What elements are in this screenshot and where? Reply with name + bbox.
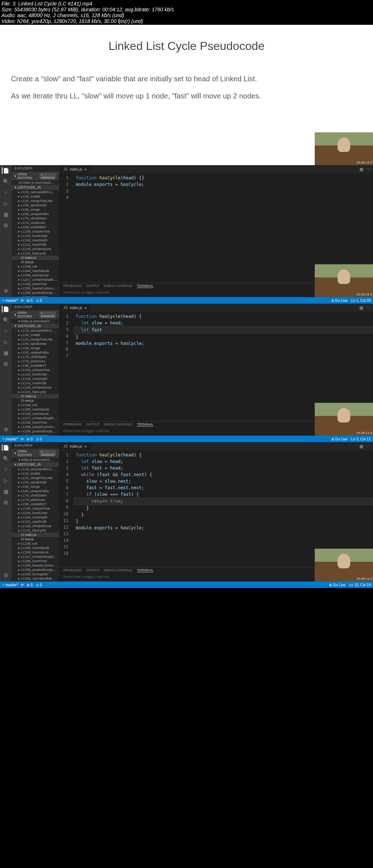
folder-item[interactable]: ▸ LC54_spiralOrder [12,480,59,484]
folder-item[interactable]: ▸ LC121_maxProfit [12,381,59,385]
folder-item[interactable]: ▸ LC62_uniquePaths [12,212,59,216]
folder-item[interactable]: ▸ LC252_canAttendMe… [12,576,59,581]
folder-item[interactable]: ▸ LC100_isSameTree [12,368,59,372]
open-editor-item[interactable]: ● index.js exercises/1… [12,319,59,323]
folder-item[interactable]: ▸ LC20_isValid [12,333,59,337]
folder-item[interactable]: ▸ LC235_lowestCommo… [12,425,59,429]
status-position[interactable]: Ln 1, Col 26 [351,299,371,303]
extensions-icon[interactable]: ▦ [3,488,9,495]
folder-item[interactable]: ▸ LC20_isValid [12,194,59,199]
folder-item[interactable]: ▸ LC104_maxDepth [12,377,59,381]
folder-item[interactable]: ▸ LC238_productExcep… [12,291,59,295]
folder-item[interactable]: ▸ LC100_isSameTree [12,506,59,511]
explorer-icon[interactable]: 📄 [2,444,9,451]
folder-item[interactable]: ▸ LC238_productExcep… [12,429,59,433]
open-editor-item[interactable]: JS index.js exercises/1… [12,180,59,185]
folder-item[interactable]: ▸ LC56_merge [12,346,59,350]
status-golive[interactable]: ⊚ Go Live [331,299,348,303]
folder-item[interactable]: ▸ LC20_isValid [12,471,59,476]
folder-item[interactable]: ▸ LC98_isValidBST [12,363,59,368]
terminal-tab-terminal[interactable]: TERMINAL [137,284,154,288]
folder-item[interactable]: ▸ LC104_maxDepth [12,515,59,519]
folder-item[interactable]: ▸ LC54_spiralOrder [12,203,59,207]
settings-icon[interactable]: ⚙ [3,572,9,579]
status-branch[interactable]: ⑂ master* [2,299,18,303]
folder-item[interactable]: ▸ LC70_climbStairs [12,216,59,221]
terminal-tab-debug[interactable]: DEBUG CONSOLE [104,284,133,288]
folder-item[interactable]: ▸ LC73_setZeroes [12,498,59,502]
file-test-js[interactable]: JS test.js [12,398,59,403]
folder-item[interactable]: ▸ LC21_mergeTwoLists [12,199,59,203]
folder-item[interactable]: ▸ LC141_hasCycle [12,528,59,533]
folder-item[interactable]: ▸ LC21_mergeTwoLists [12,337,59,342]
editor-tab[interactable]: JSindex.js● [59,304,91,311]
folder-item[interactable]: ▸ LC235_lowestCommo… [12,286,59,291]
debug-icon[interactable]: ▷ [3,477,9,484]
search-icon[interactable]: 🔍 [3,178,9,185]
folder-item[interactable]: ▸ LC198_rob [12,264,59,269]
more-icon[interactable]: ⋯ [366,167,370,172]
source-control-icon[interactable]: ⑂ [3,328,9,334]
folder-item[interactable]: ▸ LC100_isSameTree [12,229,59,234]
folder-item[interactable]: ▸ LC200_numIslands [12,269,59,273]
folder-item[interactable]: ▸ LC198_rob [12,403,59,407]
status-errors[interactable]: ⊘ 0 [27,299,32,303]
debug-icon[interactable]: ▷ [3,339,9,345]
terminal-tab-problems[interactable]: PROBLEMS [63,284,82,288]
folder-item[interactable]: ▸ LC235_lowestCommo… [12,563,59,568]
settings-icon[interactable]: ⚙ [3,426,9,433]
remote-icon[interactable]: ⊞ [3,222,9,229]
folder-item[interactable]: ▸ LC19_removeNthFro… [12,467,59,471]
folder-item[interactable]: ▸ LC121_maxProfit [12,519,59,524]
explorer-icon[interactable]: 📄 [2,167,9,174]
status-sync[interactable]: ⟳ [21,299,24,303]
folder-item[interactable]: ▸ LC62_uniquePaths [12,489,59,493]
search-icon[interactable]: 🔍 [3,317,9,323]
folder-item[interactable]: ▸ LC54_spiralOrder [12,342,59,346]
debug-icon[interactable]: ▷ [3,200,9,207]
folder-item[interactable]: ▸ LC226_invertTree [12,282,59,286]
tab-modified-icon[interactable]: ● [85,167,87,171]
folder-item[interactable]: ▸ LC200_numIslands [12,546,59,550]
folder-item[interactable]: ▸ LC19_removeNthFro… [12,190,59,194]
folder-item[interactable]: ▸ LC206_reverseList [12,273,59,277]
folder-item[interactable]: ▸ LC141_hasCycle [12,251,59,256]
open-editors-section[interactable]: ▾OPEN EDITORS1 UNSAVED [12,172,59,180]
folder-item[interactable]: ▸ LC56_merge [12,484,59,489]
search-icon[interactable]: 🔍 [3,455,9,462]
editor-tab[interactable]: JSindex.js● [59,443,91,449]
folder-item[interactable]: ▸ LC56_merge [12,207,59,212]
folder-item[interactable]: ▸ LC217_containsDuplic… [12,554,59,559]
file-test-js[interactable]: JS test.js [12,260,59,264]
settings-icon[interactable]: ⚙ [3,288,9,294]
folder-item[interactable]: ▸ LC198_rob [12,541,59,546]
tab-modified-icon[interactable]: ● [85,305,87,310]
status-branch[interactable]: ⑂ master* [2,437,18,441]
folder-item[interactable]: ▸ LC102_levelOrder [12,372,59,377]
folder-item[interactable]: ▸ LC125_isPalindrome [12,247,59,251]
editor-tab[interactable]: JSindex.js● [59,166,91,172]
folder-item[interactable]: ▸ LC125_isPalindrome [12,385,59,390]
project-section[interactable]: ▾LEETCODE_JS [12,185,59,190]
folder-item[interactable]: ▸ LC217_containsDuplic… [12,277,59,282]
folder-item[interactable]: ▸ LC121_maxProfit [12,242,59,247]
file-index-js[interactable]: JS index.js [12,394,59,398]
remote-icon[interactable]: ⊞ [3,499,9,506]
source-control-icon[interactable]: ⑂ [3,189,9,196]
folder-item[interactable]: ▸ LC98_isValidBST [12,225,59,229]
more-icon[interactable]: ⋯ [366,305,370,310]
folder-item[interactable]: ▸ LC238_productExcep… [12,568,59,572]
extensions-icon[interactable]: ▦ [3,211,9,218]
folder-item[interactable]: ▸ LC98_isValidBST [12,502,59,506]
file-index-js[interactable]: JS index.js [12,256,59,260]
folder-item[interactable]: ▸ LC21_mergeTwoLists [12,476,59,480]
folder-item[interactable]: ▸ LC242_isAnagram [12,572,59,576]
folder-item[interactable]: ▸ LC141_hasCycle [12,390,59,394]
folder-item[interactable]: ▸ LC206_reverseList [12,550,59,554]
extensions-icon[interactable]: ▦ [3,350,9,356]
folder-item[interactable]: ▸ LC217_containsDuplic… [12,416,59,420]
folder-item[interactable]: ▸ LC70_climbStairs [12,355,59,359]
folder-item[interactable]: ▸ LC226_invertTree [12,559,59,563]
folder-item[interactable]: ▸ LC226_invertTree [12,420,59,425]
folder-item[interactable]: ▸ LC102_levelOrder [12,511,59,515]
